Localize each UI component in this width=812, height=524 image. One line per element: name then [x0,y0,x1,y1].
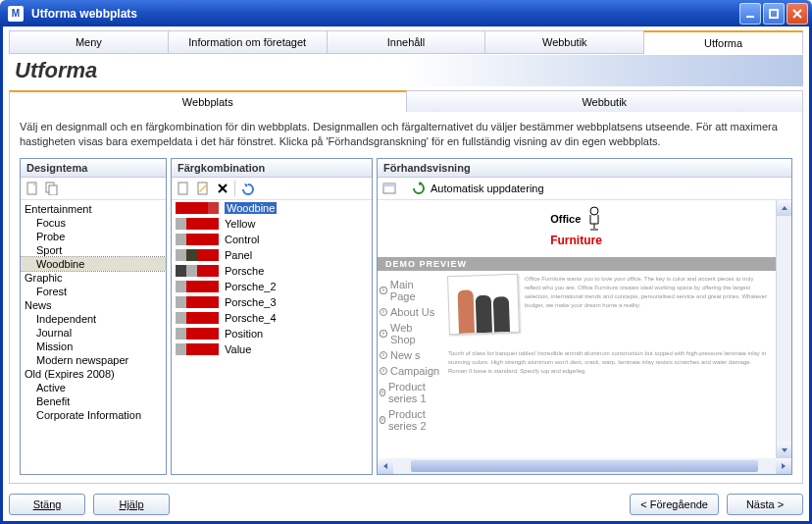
scroll-right-icon[interactable] [776,458,791,474]
color-row[interactable]: Porsche_4 [172,310,372,326]
columns: Designtema EntertainmentFocusProbeSportW… [20,158,792,475]
preview-nav-item[interactable]: Main Page [380,277,440,304]
tree-item[interactable]: Active [21,381,166,394]
color-row[interactable]: Panel [172,247,372,263]
scroll-left-icon[interactable] [378,458,393,474]
color-row[interactable]: Porsche_2 [172,279,372,294]
top-tab-0[interactable]: Meny [9,30,169,53]
close-dialog-button[interactable]: Stäng [9,494,85,515]
scroll-up-icon[interactable] [777,200,791,216]
edit-icon[interactable] [195,181,211,196]
preview-scrollbar-vertical[interactable] [776,200,791,458]
refresh-icon[interactable] [411,181,427,196]
tree-item[interactable]: Sport [21,243,166,257]
preview-nav-item[interactable]: Product series 2 [380,406,440,434]
nav-bullet-icon [380,351,387,359]
tree-item[interactable]: Benefit [21,394,166,408]
nav-label: New s [390,349,421,361]
color-row[interactable]: Value [172,341,372,357]
color-list[interactable]: WoodbineYellowControlPanelPorschePorsche… [172,200,372,474]
auto-update-label[interactable]: Automatisk uppdatering [431,183,544,194]
tree-item[interactable]: Journal [21,326,166,340]
logo-line1: Office [550,213,581,225]
next-label: Nästa > [746,498,784,510]
window-title: Utforma webbplats [31,7,737,21]
tree-item[interactable]: Corporate Information [21,408,166,422]
sub-tab-0[interactable]: Webbplats [9,90,407,112]
svg-rect-5 [178,183,187,194]
delete-icon[interactable] [215,181,230,196]
design-tree[interactable]: EntertainmentFocusProbeSportWoodbineGrap… [21,200,166,474]
svg-rect-4 [49,185,57,195]
preview-panel: Förhandsvisning Automatisk uppdatering O… [377,158,792,475]
preview-nav-item[interactable]: About Us [380,304,440,320]
maximize-button[interactable] [763,3,785,25]
close-button[interactable] [787,3,808,25]
color-row[interactable]: Position [172,326,372,341]
tree-group[interactable]: Graphic [21,271,166,285]
nav-bullet-icon [380,287,387,294]
preview-demo-strip: DEMO PREVIEW [378,257,776,271]
next-button[interactable]: Nästa > [727,494,803,515]
help-button[interactable]: Hjälp [93,494,170,515]
tree-group[interactable]: Entertainment [21,202,166,216]
color-name: Porsche [225,265,264,277]
tree-item[interactable]: Woodbine [21,257,166,271]
preview-nav-item[interactable]: Web Shop [380,320,440,347]
chair-icon [585,206,603,232]
nav-bullet-icon [380,416,385,424]
preview-nav-item[interactable]: Campaign [380,363,440,379]
nav-label: Main Page [390,279,440,302]
tree-item[interactable]: Focus [21,216,166,230]
top-tab-2[interactable]: Innehåll [327,30,486,53]
preview-nav-item[interactable]: New s [380,347,440,363]
color-name: Position [225,328,263,340]
tree-item[interactable]: Modern newspaper [21,353,166,367]
design-theme-header: Designtema [21,159,166,178]
top-tab-4[interactable]: Utforma [643,30,803,53]
tree-item[interactable]: Independent [21,312,166,326]
sub-tab-1[interactable]: Webbutik [406,90,804,112]
tree-item[interactable]: Mission [21,340,166,353]
new-doc-icon[interactable] [25,181,40,196]
color-row[interactable]: Control [172,232,372,247]
scroll-down-icon[interactable] [777,443,791,458]
svg-rect-1 [770,10,778,18]
color-row[interactable]: Porsche [172,263,372,279]
prev-label: < Föregående [640,498,708,510]
color-row[interactable]: Woodbine [172,200,372,216]
copy-icon[interactable] [44,181,60,196]
preview-scrollbar-horizontal[interactable] [378,458,791,474]
tree-item[interactable]: Forest [21,285,166,298]
color-name: Porsche_4 [225,312,277,324]
content-panel: Välj en designmall och en färgkombinatio… [9,112,803,484]
new-icon[interactable] [176,181,191,196]
top-tab-3[interactable]: Webbutik [484,30,644,53]
preview-photo [447,274,520,335]
nav-label: Web Shop [390,322,440,345]
previous-button[interactable]: < Föregående [630,494,719,515]
tree-item[interactable]: Probe [21,230,166,243]
titlebar[interactable]: M Utforma webbplats [0,0,812,26]
logo-line2: Furniture [550,234,602,247]
tree-group[interactable]: News [21,298,166,312]
nav-label: About Us [390,306,434,318]
color-toolbar [172,178,372,200]
color-name: Porsche_3 [225,296,277,308]
svg-point-9 [590,207,598,215]
undo-icon[interactable] [239,181,255,196]
svg-rect-8 [383,183,395,186]
design-toolbar [21,178,166,200]
app-icon: M [8,6,24,22]
preview-window-icon[interactable] [381,181,397,196]
color-row[interactable]: Porsche_3 [172,294,372,310]
tree-group[interactable]: Old (Expires 2008) [21,367,166,381]
close-label: Stäng [33,498,62,510]
nav-bullet-icon [380,389,385,396]
toolbar-separator [234,181,235,196]
minimize-button[interactable] [739,3,761,25]
color-row[interactable]: Yellow [172,216,372,232]
top-tab-1[interactable]: Information om företaget [168,30,328,53]
preview-nav-item[interactable]: Product series 1 [380,379,440,406]
color-name: Porsche_2 [225,281,277,292]
